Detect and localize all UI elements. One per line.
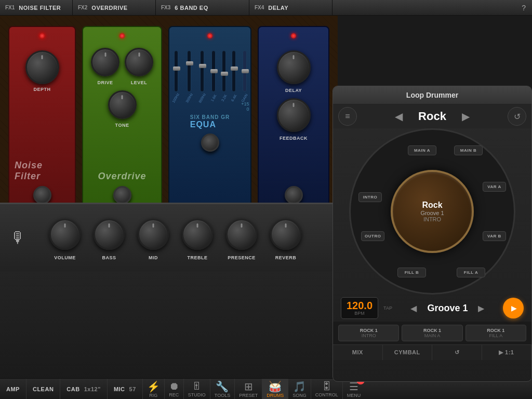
wheel-segment-var-a[interactable]: VAR A [483, 182, 506, 192]
loop-tab-loop[interactable]: ↺ [432, 345, 482, 360]
amp-volume-label: VOLUME [54, 255, 76, 260]
overdrive-drive-knob[interactable] [91, 48, 119, 76]
drum-groove: Groove 1 [420, 210, 444, 216]
eq-slider-300hz[interactable]: 300Hz [184, 50, 194, 100]
amp-mid-group: MID [135, 216, 171, 260]
bottom-section-drums[interactable]: 🥁 DRUMS [262, 379, 288, 399]
amp-mid-knob[interactable] [138, 219, 169, 250]
wheel-segment-fill-b[interactable]: FILL B [397, 268, 426, 277]
bottom-section-preset[interactable]: ⊞ PRESET [235, 379, 262, 399]
style-next-button[interactable]: ▶ [457, 110, 475, 123]
amp-volume-knob[interactable] [49, 219, 81, 250]
groove-name: Groove 1 [427, 303, 468, 314]
amp-treble-label: TREBLE [188, 255, 208, 260]
overdrive-name: Overdrive [98, 171, 146, 182]
loop-drummer-tabs: MIX CYMBAL ↺ ▶ 1:1 [333, 344, 531, 360]
eq-slider-gain[interactable]: GAIN [240, 50, 249, 100]
pattern-2-part: FILL A [469, 333, 523, 338]
bottom-tab-mic[interactable]: MIC 57 [108, 379, 143, 399]
amp-tab-label: AMP [6, 386, 20, 392]
amp-bass-knob[interactable] [94, 219, 125, 250]
delay-delay-knob[interactable] [277, 50, 311, 84]
fx1-slot[interactable]: FX1 NOISE FILTER [0, 0, 73, 15]
bpm-display[interactable]: 120.0 BPM [341, 297, 378, 319]
overdrive-tone-knob[interactable] [108, 90, 137, 119]
amp-section: 🎙 VOLUME BASS MID TREBLE PRESENCE [0, 203, 338, 382]
amp-bass-group: BASS [91, 216, 127, 260]
drums-icon: 🥁 [269, 380, 282, 393]
loop-tab-play-ratio[interactable]: ▶ 1:1 [482, 345, 532, 360]
fx1-name: NOISE FILTER [19, 5, 61, 11]
pattern-item-0[interactable]: ROCK 1 INTRO [338, 325, 399, 341]
overdrive-drive-label: DRIVE [97, 80, 113, 85]
eq-title: SIX BAND GR [190, 114, 230, 120]
fx2-slot[interactable]: FX2 OVERDRIVE [73, 0, 156, 15]
loop-icon: ↺ [455, 349, 460, 355]
groove-next-button[interactable]: ▶ [473, 303, 489, 313]
bottom-tab-amp[interactable]: AMP [0, 379, 26, 399]
delay-feedback-knob[interactable] [277, 98, 311, 132]
fx4-name: DELAY [268, 5, 288, 11]
amp-reverb-knob[interactable] [270, 219, 301, 250]
noise-filter-depth-knob[interactable] [25, 50, 59, 84]
eq-slider-800hz[interactable]: 800Hz [197, 50, 207, 100]
drum-wheel[interactable]: MAIN A MAIN B INTRO VAR A OUTRO VAR B FI… [349, 128, 515, 295]
help-button[interactable]: ? [515, 4, 532, 12]
drum-part: INTRO [423, 216, 441, 222]
wheel-segment-outro[interactable]: OUTRO [361, 231, 384, 241]
rec-icon: ⏺ [169, 380, 179, 392]
style-prev-button[interactable]: ◀ [390, 110, 408, 123]
amp-presence-knob[interactable] [226, 219, 257, 250]
eq-slider-100hz[interactable]: 100Hz [170, 50, 181, 100]
fx4-slot[interactable]: FX4 DELAY [249, 0, 332, 15]
loop-tab-cymbal[interactable]: CYMBAL [383, 345, 433, 360]
eq-slider-6k4[interactable]: 6.4K [230, 50, 237, 100]
bpm-row: 120.0 BPM TAP ◀ Groove 1 ▶ [333, 295, 531, 322]
drum-center[interactable]: Rock Groove 1 INTRO [391, 170, 474, 253]
overdrive-level-knob[interactable] [125, 48, 153, 76]
menu-label: MENU [347, 393, 361, 398]
amp-reverb-label: REVERB [275, 255, 297, 260]
overdrive-pedal[interactable]: DRIVE LEVEL TONE Overdrive [82, 26, 162, 213]
noise-filter-name: Noise Filter [15, 160, 70, 182]
bottom-section-tools[interactable]: 🔧 TOOLS [210, 379, 235, 399]
loop-drummer-header: Loop Drummer [333, 86, 531, 104]
loop-tab-mix[interactable]: MIX [333, 345, 383, 360]
eq-slider-3k2[interactable]: 3.2K [220, 50, 228, 100]
wheel-segment-main-b[interactable]: MAIN B [454, 145, 483, 155]
amp-presence-label: PRESENCE [228, 255, 256, 260]
noise-filter-footswitch[interactable] [33, 186, 51, 204]
bottom-section-rig[interactable]: ⚡ RIG [143, 379, 165, 399]
bottom-section-rec[interactable]: ⏺ REC [165, 379, 184, 399]
overdrive-tone-label: TONE [115, 123, 129, 128]
noise-filter-pedal[interactable]: DEPTH Noise Filter [8, 26, 76, 213]
wheel-segment-var-b[interactable]: VAR B [483, 231, 506, 241]
play-button[interactable] [503, 298, 524, 318]
fx4-label: FX4 [255, 5, 264, 10]
bottom-section-studio[interactable]: 🎚 STUDIO [184, 379, 210, 399]
fx3-slot[interactable]: FX3 6 BAND EQ [156, 0, 249, 15]
amp-treble-knob[interactable] [182, 219, 213, 250]
bottom-tab-clean[interactable]: CLEAN [26, 379, 60, 399]
eq-footswitch[interactable] [201, 134, 219, 152]
delay-pedal[interactable]: DELAY FEEDBACK [258, 26, 329, 213]
groove-prev-button[interactable]: ◀ [405, 303, 422, 313]
tap-button[interactable]: TAP [383, 305, 392, 311]
pattern-item-2[interactable]: ROCK 1 FILL A [466, 325, 526, 341]
fx2-name: OVERDRIVE [91, 5, 127, 11]
delay-delay-label: DELAY [285, 88, 302, 93]
overdrive-level-label: LEVEL [131, 80, 148, 85]
bottom-section-song[interactable]: 🎵 SONG [288, 379, 311, 399]
refresh-button[interactable]: ↺ [508, 107, 526, 126]
pattern-2-name: ROCK 1 [469, 328, 523, 333]
wheel-segment-main-a[interactable]: MAIN A [408, 145, 436, 155]
delay-footswitch[interactable] [285, 186, 303, 204]
wheel-segment-fill-a[interactable]: FILL A [457, 268, 485, 277]
pattern-item-1[interactable]: ROCK 1 MAIN A [402, 325, 462, 341]
menu-icon-button[interactable]: ≡ [338, 107, 357, 126]
bottom-tab-cab[interactable]: CAB 1x12" [60, 379, 108, 399]
eq-pedal[interactable]: 100Hz 300Hz 800Hz 1.6K 3.2K [168, 26, 251, 213]
overdrive-footswitch[interactable] [113, 186, 131, 204]
eq-slider-1k6[interactable]: 1.6K [210, 50, 217, 100]
wheel-segment-intro[interactable]: INTRO [358, 192, 382, 202]
